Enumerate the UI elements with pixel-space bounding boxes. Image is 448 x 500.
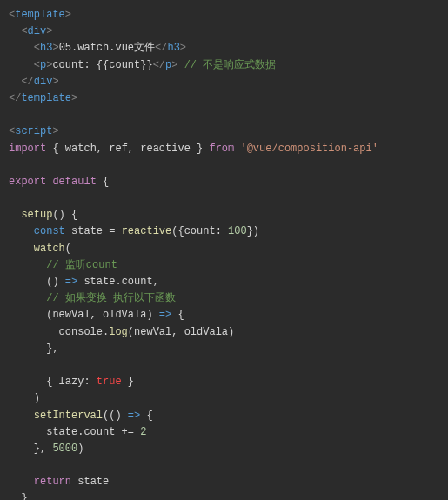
- code-line: </div>: [9, 76, 59, 88]
- code-line: <script>: [9, 125, 59, 137]
- code-line: <template>: [9, 9, 71, 21]
- code-line: const state = reactive({count: 100}): [9, 225, 259, 237]
- code-line: </template>: [9, 92, 77, 104]
- code-line: (newVal, oldVala) => {: [9, 309, 184, 321]
- code-line: return state: [9, 476, 109, 488]
- code-line: () => state.count,: [9, 276, 159, 288]
- code-line: export default {: [9, 176, 109, 188]
- code-line: // 监听count: [9, 259, 117, 271]
- code-line: },: [9, 343, 59, 355]
- code-line: setup() {: [9, 209, 77, 221]
- code-line: state.count += 2: [9, 426, 146, 438]
- code-line: <h3>05.watch.vue文件</h3>: [9, 42, 186, 54]
- code-line: console.log(newVal, oldVala): [9, 326, 234, 338]
- code-block: <template> <div> <h3>05.watch.vue文件</h3>…: [9, 7, 439, 500]
- code-line: setInterval(() => {: [9, 410, 153, 422]
- code-line: ): [9, 392, 40, 404]
- code-line: }, 5000): [9, 443, 84, 455]
- code-line: import { watch, ref, reactive } from '@v…: [9, 143, 378, 155]
- code-line: // 如果变换 执行以下函数: [9, 292, 176, 304]
- code-line: { lazy: true }: [9, 376, 134, 388]
- code-line: <p>count: {{count}}</p> // 不是响应式数据: [9, 59, 276, 71]
- code-line: watch(: [9, 243, 71, 255]
- code-line: }: [9, 492, 28, 500]
- code-line: <div>: [9, 25, 52, 37]
